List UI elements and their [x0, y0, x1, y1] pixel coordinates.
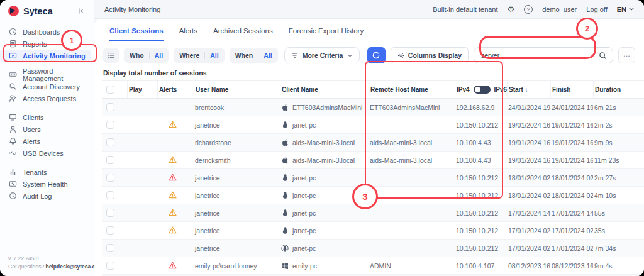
client-name-cell: aids-Mac-mini-3.local [280, 139, 369, 146]
row-select-cell [102, 191, 127, 199]
ip-cell: 10.150.10.212 [455, 209, 507, 217]
header-start[interactable]: Start↓ [507, 81, 550, 98]
search-icon[interactable] [599, 52, 607, 60]
select-all-checkbox[interactable] [106, 86, 114, 94]
clients-icon [8, 113, 18, 122]
help-icon[interactable]: ? [524, 5, 533, 14]
language-label: EN [617, 6, 626, 13]
client-name-text: aids-Mac-mini-3.local [292, 157, 355, 164]
client-name-cell: janet-pc [280, 192, 369, 199]
client-name-text: emily-pc [292, 262, 317, 270]
columns-display-label: Columns Display [408, 52, 462, 59]
view-options-button[interactable] [103, 48, 119, 63]
filter-chip-when[interactable]: WhenAll [230, 48, 278, 63]
settings-gear-icon[interactable]: ⚙ [508, 5, 515, 13]
account-discovery-icon [8, 82, 18, 91]
sidebar-item-usb-devices[interactable]: USB Devices [0, 147, 94, 159]
start-cell: 18/01/2024 02:… [507, 192, 550, 199]
row-checkbox[interactable] [106, 103, 114, 111]
sidebar-item-activity-monitoring[interactable]: Activity Monitoring [0, 50, 91, 62]
more-criteria-button[interactable]: More Criteria [284, 47, 360, 63]
alerts-cell [157, 209, 194, 218]
row-select-cell [102, 138, 127, 146]
sidebar-item-audit-log[interactable]: Audit Log [0, 190, 94, 202]
sidebar-item-dashboards[interactable]: Dashboards [0, 26, 94, 38]
alerts-cell [157, 262, 194, 270]
client-name-cell: janet-pc [280, 245, 369, 252]
table-row: richardstoneaids-Mac-mini-3.localaids-Ma… [102, 134, 644, 152]
row-checkbox[interactable] [106, 191, 114, 199]
user-name-cell: janetrice [194, 227, 280, 235]
questions-label: Got questions? [8, 263, 44, 270]
finish-cell: 17/01/2024 02:… [550, 227, 593, 235]
tab-client-sessions[interactable]: Client Sessions [109, 27, 164, 41]
chip-divider [258, 52, 258, 59]
sidebar-item-label: Account Discovery [23, 83, 80, 91]
columns-display-button[interactable]: Columns Display [391, 47, 469, 63]
user-name-cell: brentcook [194, 104, 280, 111]
client-name-text: janet-pc [292, 174, 316, 182]
chip-divider [204, 52, 205, 59]
sidebar-item-system-health[interactable]: System Health [0, 178, 94, 190]
reports-icon [8, 40, 18, 48]
header-alerts[interactable]: Alerts [157, 81, 194, 98]
row-checkbox[interactable] [106, 156, 114, 164]
tab-archived-sessions[interactable]: Archived Sessions [213, 27, 273, 41]
duration-cell: 2m 2s [593, 121, 634, 129]
sidebar-item-users[interactable]: Users [0, 123, 94, 135]
tab-forensic-export-history[interactable]: Forensic Export History [289, 27, 364, 41]
sidebar-item-reports[interactable]: Reports [0, 38, 94, 50]
current-user-label: demo_user [542, 6, 577, 13]
language-selector[interactable]: EN [617, 6, 634, 13]
row-checkbox[interactable] [106, 262, 114, 270]
row-checkbox[interactable] [106, 209, 114, 217]
filter-chip-where[interactable]: WhereAll [174, 48, 225, 63]
user-name-cell: janetrice [194, 245, 280, 252]
header-user-name[interactable]: User Name [194, 81, 280, 98]
sidebar-item-tenants[interactable]: Tenants [0, 166, 94, 178]
filter-chip-who[interactable]: WhoAll [124, 48, 169, 63]
linux-circle-icon [281, 245, 289, 252]
start-cell: 19/01/2024 16:… [507, 121, 550, 129]
tab-alerts[interactable]: Alerts [179, 27, 197, 41]
row-checkbox[interactable] [106, 244, 114, 252]
logoff-button[interactable]: Log off [586, 6, 607, 13]
ipv6-label: IPv6 [494, 86, 508, 93]
search-input[interactable] [480, 51, 599, 60]
sidebar-footer: v. 7.22.245.0 Got questions? helpdesk@sy… [8, 255, 103, 272]
refresh-button[interactable] [367, 47, 386, 63]
warning-triangle-icon [169, 156, 177, 165]
ip-cell: 10.100.4.43 [455, 139, 507, 146]
sidebar-item-access-requests[interactable]: Access Requests [0, 92, 94, 104]
header-remote-host-name[interactable]: Remote Host Name [369, 81, 455, 98]
chevron-down-icon [347, 54, 353, 57]
sidebar-collapse-icon[interactable] [78, 7, 86, 15]
row-checkbox[interactable] [106, 138, 114, 146]
sidebar-item-password-management[interactable]: Password Management [0, 69, 94, 80]
version-label: v. 7.22.245.0 [8, 255, 103, 263]
filter-chip-value: All [155, 52, 163, 59]
row-checkbox[interactable] [106, 174, 114, 182]
finish-cell: 24/01/2024 19:… [550, 104, 593, 111]
ip-cell: 192.168.62.9 [455, 104, 507, 111]
ipv4-ipv6-toggle[interactable] [474, 86, 491, 94]
sidebar-item-account-discovery[interactable]: Account Discovery [0, 80, 94, 92]
sidebar-item-label: Clients [23, 114, 44, 121]
finish-cell: 19/01/2024 16:… [550, 139, 593, 146]
sidebar-item-clients[interactable]: Clients [0, 111, 94, 123]
more-actions-button[interactable]: ... [618, 47, 635, 63]
header-duration[interactable]: Duration [593, 81, 634, 98]
header-client-name[interactable]: Client Name [280, 81, 369, 98]
duration-cell: 2m 27s [593, 174, 634, 182]
start-cell: 08/12/2023 16:… [507, 262, 550, 270]
toggle-knob [475, 87, 480, 92]
start-cell: 18/01/2024 02:… [507, 174, 550, 182]
sidebar-item-alerts[interactable]: Alerts [0, 135, 94, 147]
row-select-cell [102, 262, 127, 270]
header-play[interactable]: Play [127, 81, 157, 98]
header-finish[interactable]: Finish [550, 81, 593, 98]
row-checkbox[interactable] [106, 226, 114, 235]
finish-cell: 19/01/2024 16:… [550, 121, 593, 129]
row-checkbox[interactable] [106, 121, 114, 129]
sidebar-item-label: Access Requests [23, 95, 76, 102]
